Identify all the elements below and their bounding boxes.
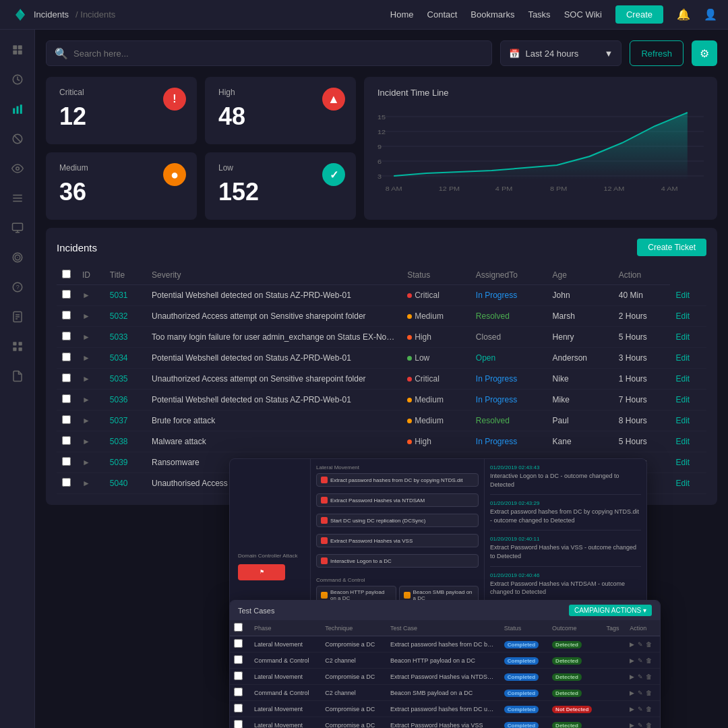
edit-button-3[interactable]: Edit [675,353,690,363]
user-avatar[interactable]: 👤 [704,8,717,21]
tc-play-0[interactable]: ▶ [630,641,634,648]
create-ticket-button[interactable]: Create Ticket [637,239,706,256]
refresh-button[interactable]: Refresh [630,40,684,66]
col-title: Title [104,266,146,285]
tc-edit-4[interactable]: ✎ [638,706,643,712]
row-id-5[interactable]: 5036 [104,390,146,411]
tc-select-all[interactable] [234,623,243,632]
nav-tasks[interactable]: Tasks [528,9,550,20]
tc-play-3[interactable]: ▶ [630,690,634,696]
search-input-wrap[interactable]: 🔍 [46,40,492,66]
edit-button-9[interactable]: Edit [675,479,690,488]
tc-row-check-0[interactable] [234,639,243,648]
row-status-3: Open [471,348,547,369]
nav-contact[interactable]: Contact [427,9,458,20]
edit-button-8[interactable]: Edit [675,458,690,467]
row-expand-1[interactable]: ► [77,306,104,327]
tc-delete-0[interactable]: 🗑 [646,641,652,648]
row-expand-9[interactable]: ► [77,473,104,494]
nav-socwiki[interactable]: SOC Wiki [564,9,602,20]
tc-delete-5[interactable]: 🗑 [646,722,652,729]
tc-play-4[interactable]: ▶ [630,706,634,712]
sidebar-item-help[interactable]: ? [5,275,30,299]
tc-delete-4[interactable]: 🗑 [646,706,652,712]
row-expand-3[interactable]: ► [77,348,104,369]
tc-row-check-4[interactable] [234,704,243,712]
row-id-0[interactable]: 5031 [104,285,146,306]
tc-row-check-3[interactable] [234,688,243,696]
row-check-9[interactable] [62,478,71,487]
row-id-9[interactable]: 5040 [104,473,146,494]
tc-edit-2[interactable]: ✎ [638,673,643,680]
sidebar-item-incidents[interactable] [5,97,30,121]
tc-play-5[interactable]: ▶ [630,722,634,729]
sidebar-item-blocked[interactable] [5,127,30,151]
edit-button-6[interactable]: Edit [675,416,690,425]
sidebar-item-barlines[interactable] [5,186,30,210]
sidebar-item-grid[interactable] [5,334,30,359]
row-check-3[interactable] [62,353,71,361]
row-id-7[interactable]: 5038 [104,431,146,452]
tc-edit-5[interactable]: ✎ [638,722,643,729]
row-check-6[interactable] [62,415,71,424]
edit-button-2[interactable]: Edit [675,332,690,342]
row-id-1[interactable]: 5032 [104,306,146,327]
tc-row-check-2[interactable] [234,671,243,680]
row-check-8[interactable] [62,457,71,466]
nav-bookmarks[interactable]: Bookmarks [471,9,514,20]
tc-edit-3[interactable]: ✎ [638,690,643,696]
row-check-1[interactable] [62,311,71,320]
tc-edit-1[interactable]: ✎ [638,657,643,664]
edit-button-0[interactable]: Edit [675,291,690,300]
row-check-0[interactable] [62,290,71,299]
row-expand-2[interactable]: ► [77,327,104,348]
tc-delete-2[interactable]: 🗑 [646,673,652,680]
sidebar-item-file[interactable] [5,364,30,388]
campaign-actions-button[interactable]: CAMPAIGN ACTIONS ▾ [569,605,652,616]
edit-button-1[interactable]: Edit [675,311,690,321]
row-id-6[interactable]: 5037 [104,411,146,431]
row-id-4[interactable]: 5035 [104,369,146,390]
sidebar-item-target[interactable] [5,245,30,270]
tc-delete-1[interactable]: 🗑 [646,657,652,664]
date-filter[interactable]: 📅 Last 24 hours ▼ [500,40,621,66]
sidebar-item-eye[interactable] [5,156,30,181]
row-expand-5[interactable]: ► [77,390,104,411]
search-input[interactable] [73,49,483,59]
row-id-8[interactable]: 5039 [104,452,146,473]
row-id-3[interactable]: 5034 [104,348,146,369]
tc-row-check-5[interactable] [234,720,243,728]
edit-button-4[interactable]: Edit [675,374,690,384]
edit-button-7[interactable]: Edit [675,437,690,446]
sidebar-item-clock[interactable] [5,67,30,92]
nav-home[interactable]: Home [390,9,414,20]
settings-button[interactable]: ⚙ [692,40,717,66]
sidebar: ? [0,30,35,728]
row-expand-8[interactable]: ► [77,452,104,473]
row-expand-6[interactable]: ► [77,411,104,431]
row-id-2[interactable]: 5033 [104,327,146,348]
row-expand-4[interactable]: ► [77,369,104,390]
row-status-4: In Progress [471,369,547,390]
row-check-7[interactable] [62,436,71,445]
tc-testcase-4: Extract password hashes from DC using DC… [386,701,500,717]
create-button[interactable]: Create [615,5,663,24]
bell-icon[interactable]: 🔔 [677,8,690,21]
tc-delete-3[interactable]: 🗑 [646,690,652,696]
tc-play-1[interactable]: ▶ [630,657,634,664]
row-check-2[interactable] [62,332,71,340]
select-all-checkbox[interactable] [62,270,71,278]
row-check-4[interactable] [62,373,71,382]
sidebar-item-dashboard[interactable] [5,38,30,62]
edit-button-5[interactable]: Edit [675,395,690,404]
tc-action-2: ▶ ✎ 🗑 [626,669,660,685]
tc-row-check-1[interactable] [234,655,243,664]
row-expand-7[interactable]: ► [77,431,104,452]
tc-play-2[interactable]: ▶ [630,673,634,680]
tc-edit-0[interactable]: ✎ [638,641,643,648]
sidebar-item-reports[interactable] [5,305,30,329]
svg-text:8 PM: 8 PM [550,185,567,192]
row-check-5[interactable] [62,394,71,403]
sidebar-item-monitor[interactable] [5,216,30,240]
row-expand-0[interactable]: ► [77,285,104,306]
